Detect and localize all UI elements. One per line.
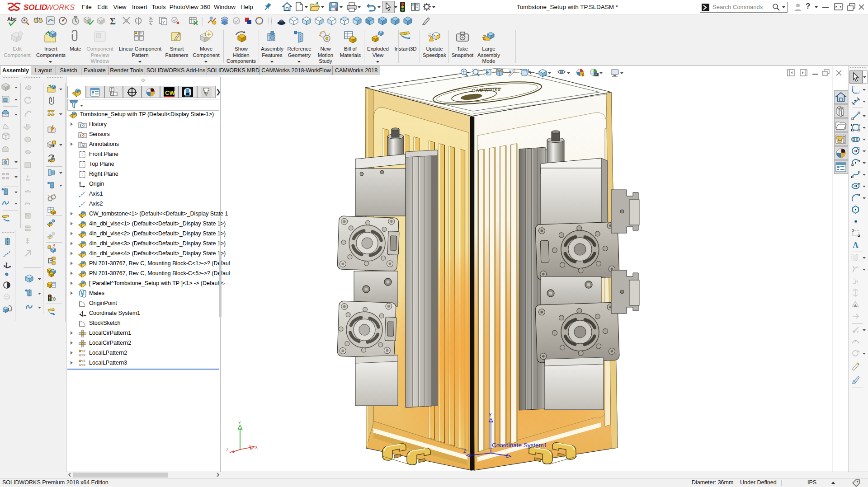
svg-text:CW: CW: [165, 89, 175, 96]
svg-text:Y: Y: [238, 421, 241, 425]
svg-text:Y: Y: [489, 412, 492, 417]
svg-text:Σ: Σ: [110, 16, 116, 26]
svg-text:A: A: [81, 144, 84, 148]
svg-text:Z: Z: [226, 448, 229, 452]
svg-text:WORKS: WORKS: [46, 3, 75, 12]
svg-text:A: A: [853, 241, 859, 250]
svg-text:X: X: [255, 445, 258, 450]
svg-text:Abc: Abc: [7, 16, 17, 22]
svg-text:Coordinate System1: Coordinate System1: [492, 442, 547, 449]
svg-text:SOLID: SOLID: [24, 3, 47, 12]
svg-text:A: A: [509, 70, 512, 74]
svg-text:Z: Z: [463, 449, 466, 454]
svg-text:?: ?: [162, 20, 165, 24]
